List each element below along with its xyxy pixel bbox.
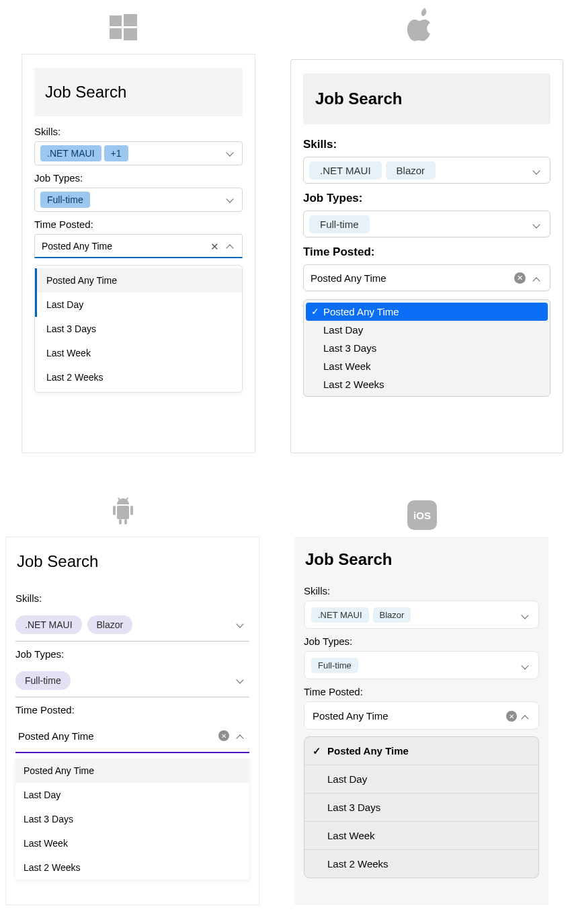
jobtypes-combobox[interactable]: Full-time bbox=[34, 188, 243, 212]
svg-rect-5 bbox=[113, 506, 116, 515]
time-option[interactable]: Last 2 Weeks bbox=[15, 855, 249, 880]
skill-more-chip[interactable]: +1 bbox=[104, 145, 128, 161]
jobtype-chip[interactable]: Full-time bbox=[40, 192, 90, 208]
time-option[interactable]: Posted Any Time bbox=[304, 737, 538, 765]
timeposted-label: Time Posted: bbox=[303, 245, 550, 259]
chevron-down-icon[interactable] bbox=[237, 676, 245, 688]
page-title: Job Search bbox=[15, 537, 249, 586]
page-title: Job Search bbox=[303, 73, 550, 124]
time-option[interactable]: Last 3 Days bbox=[15, 807, 249, 831]
time-option[interactable]: Last Day bbox=[35, 293, 242, 317]
skill-chip[interactable]: .NET MAUI bbox=[15, 615, 82, 634]
jobtype-chip[interactable]: Full-time bbox=[311, 658, 358, 673]
skills-label: Skills: bbox=[15, 592, 249, 604]
time-option[interactable]: Last 3 Days bbox=[306, 339, 548, 357]
skill-chip[interactable]: Blazor bbox=[87, 615, 133, 634]
skill-chip[interactable]: Blazor bbox=[373, 607, 411, 623]
apple-icon bbox=[406, 8, 436, 46]
chevron-down-icon[interactable] bbox=[522, 662, 530, 674]
page-title: Job Search bbox=[304, 537, 539, 578]
time-option[interactable]: Posted Any Time bbox=[35, 268, 242, 293]
chevron-down-icon[interactable] bbox=[227, 149, 235, 161]
time-option[interactable]: Posted Any Time bbox=[15, 759, 249, 783]
timeposted-combobox[interactable]: Posted Any Time ✕ bbox=[34, 234, 243, 258]
chevron-up-icon[interactable] bbox=[522, 712, 530, 724]
svg-rect-0 bbox=[110, 15, 122, 26]
svg-rect-3 bbox=[124, 28, 137, 40]
clear-icon[interactable]: ✕ bbox=[506, 711, 517, 722]
jobtypes-label: Job Types: bbox=[303, 192, 550, 205]
chevron-down-icon[interactable] bbox=[227, 195, 235, 207]
time-option[interactable]: Posted Any Time bbox=[306, 303, 548, 321]
timeposted-popup: Posted Any Time Last Day Last 3 Days Las… bbox=[304, 736, 539, 878]
chevron-down-icon[interactable] bbox=[534, 221, 542, 233]
chevron-down-icon[interactable] bbox=[237, 620, 245, 632]
ios-panel: Job Search Skills: .NET MAUI Blazor Job … bbox=[294, 537, 548, 905]
skills-combobox[interactable]: .NET MAUI Blazor bbox=[15, 608, 249, 642]
jobtype-chip[interactable]: Full-time bbox=[309, 215, 370, 233]
time-option[interactable]: Last 2 Weeks bbox=[306, 375, 548, 393]
time-option[interactable]: Last 3 Days bbox=[304, 794, 538, 822]
ios-icon: iOS bbox=[407, 500, 437, 530]
jobtypes-label: Job Types: bbox=[304, 636, 539, 647]
timeposted-popup: Posted Any Time Last Day Last 3 Days Las… bbox=[15, 759, 249, 880]
skills-combobox[interactable]: .NET MAUI Blazor bbox=[304, 601, 539, 629]
skill-chip[interactable]: .NET MAUI bbox=[311, 607, 369, 623]
time-option[interactable]: Last Week bbox=[15, 831, 249, 855]
timeposted-value: Posted Any Time bbox=[40, 241, 112, 252]
timeposted-value: Posted Any Time bbox=[311, 710, 389, 722]
svg-line-9 bbox=[118, 498, 120, 500]
android-panel: Job Search Skills: .NET MAUI Blazor Job … bbox=[5, 537, 259, 905]
timeposted-label: Time Posted: bbox=[304, 686, 539, 697]
timeposted-popup: Posted Any Time Last Day Last 3 Days Las… bbox=[303, 299, 550, 397]
svg-rect-6 bbox=[130, 506, 133, 515]
skills-label: Skills: bbox=[304, 585, 539, 596]
svg-rect-7 bbox=[119, 519, 122, 525]
time-option[interactable]: Last Week bbox=[304, 822, 538, 850]
skill-chip[interactable]: Blazor bbox=[386, 161, 436, 180]
time-option[interactable]: Last Day bbox=[306, 321, 548, 339]
time-option[interactable]: Last 2 Weeks bbox=[35, 365, 242, 389]
svg-rect-1 bbox=[124, 14, 137, 26]
skills-label: Skills: bbox=[303, 138, 550, 151]
timeposted-popup: Posted Any Time Last Day Last 3 Days Las… bbox=[34, 265, 243, 393]
svg-line-10 bbox=[126, 498, 128, 500]
timeposted-combobox[interactable]: Posted Any Time ✕ bbox=[304, 701, 539, 730]
skills-combobox[interactable]: .NET MAUI Blazor bbox=[303, 157, 550, 184]
jobtypes-combobox[interactable]: Full-time bbox=[303, 210, 550, 237]
chevron-down-icon[interactable] bbox=[522, 611, 530, 623]
jobtype-chip[interactable]: Full-time bbox=[15, 671, 71, 690]
time-option[interactable]: Last 2 Weeks bbox=[304, 850, 538, 878]
time-option[interactable]: Last Day bbox=[304, 765, 538, 794]
chevron-up-icon[interactable] bbox=[237, 732, 245, 744]
page-title: Job Search bbox=[34, 68, 243, 116]
jobtypes-combobox[interactable]: Full-time bbox=[304, 651, 539, 679]
macos-panel: Job Search Skills: .NET MAUI Blazor Job … bbox=[290, 59, 563, 453]
timeposted-value: Posted Any Time bbox=[309, 272, 386, 284]
svg-rect-2 bbox=[110, 28, 122, 39]
time-option[interactable]: Last 3 Days bbox=[35, 317, 242, 341]
skills-label: Skills: bbox=[34, 126, 243, 137]
time-option[interactable]: Last Week bbox=[35, 341, 242, 365]
time-option[interactable]: Last Day bbox=[15, 783, 249, 807]
chevron-up-icon[interactable] bbox=[227, 241, 235, 254]
chevron-down-icon[interactable] bbox=[534, 167, 542, 179]
windows-panel: Job Search Skills: .NET MAUI +1 Job Type… bbox=[22, 54, 255, 453]
clear-icon[interactable]: ✕ bbox=[210, 241, 219, 253]
clear-icon[interactable]: ✕ bbox=[514, 272, 526, 284]
skill-chip[interactable]: .NET MAUI bbox=[40, 145, 101, 161]
chevron-up-icon[interactable] bbox=[534, 274, 542, 286]
svg-rect-4 bbox=[117, 506, 129, 519]
windows-icon bbox=[108, 12, 138, 46]
time-option[interactable]: Last Week bbox=[306, 357, 548, 375]
skill-chip[interactable]: .NET MAUI bbox=[309, 161, 382, 180]
timeposted-label: Time Posted: bbox=[34, 219, 243, 230]
jobtypes-label: Job Types: bbox=[15, 648, 249, 660]
skills-combobox[interactable]: .NET MAUI +1 bbox=[34, 141, 243, 165]
timeposted-combobox[interactable]: Posted Any Time ✕ bbox=[303, 264, 550, 291]
jobtypes-combobox[interactable]: Full-time bbox=[15, 664, 249, 697]
timeposted-label: Time Posted: bbox=[15, 704, 249, 716]
timeposted-combobox[interactable]: Posted Any Time ✕ bbox=[15, 720, 249, 753]
svg-rect-8 bbox=[124, 519, 127, 525]
clear-icon[interactable]: ✕ bbox=[218, 730, 229, 741]
